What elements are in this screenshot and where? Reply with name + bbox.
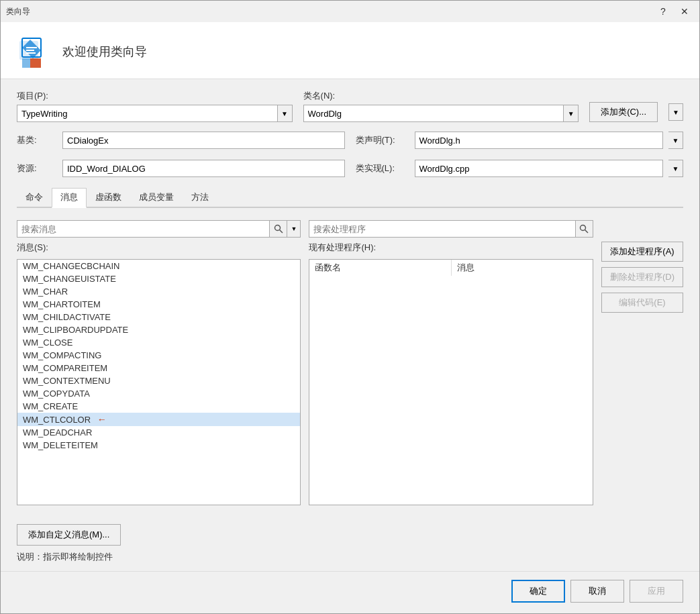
- svg-line-6: [279, 230, 283, 234]
- list-item[interactable]: WM_COPYDATA: [17, 387, 300, 400]
- resource-label: 资源:: [17, 162, 57, 174]
- resource-value: IDD_Word_DIALOG: [62, 160, 345, 177]
- left-panel-label: 消息(S):: [17, 242, 301, 254]
- right-search-row: [309, 220, 593, 238]
- wizard-icon: [17, 36, 49, 68]
- list-item[interactable]: WM_CHARTOITEM: [17, 298, 300, 311]
- wizard-content: 项目(P): ▼ 类名(N): ▼ 添加类(C)... ▼ 基类: CDialo…: [1, 79, 699, 516]
- project-group: 项目(P): ▼: [17, 90, 293, 122]
- message-list[interactable]: WM_CHANGECBCHAIN WM_CHANGEUISTATE WM_CHA…: [17, 259, 301, 505]
- project-combo: ▼: [17, 105, 293, 122]
- title-bar-right: ? ✕: [654, 4, 694, 19]
- classname-combo: ▼: [303, 105, 579, 122]
- handler-search-button[interactable]: [576, 220, 593, 238]
- project-dropdown-btn[interactable]: ▼: [278, 105, 293, 122]
- dialog-title: 类向导: [6, 6, 30, 17]
- message-search-input[interactable]: [17, 220, 270, 238]
- class-wizard-dialog: 类向导 ? ✕ 欢迎使用类向导 项目(P):: [0, 0, 700, 614]
- list-item[interactable]: WM_COMPAREITEM: [17, 362, 300, 374]
- action-buttons: 添加处理程序(A) 删除处理程序(D) 编辑代码(E): [601, 220, 683, 505]
- delete-handler-button[interactable]: 删除处理程序(D): [601, 267, 683, 287]
- list-item[interactable]: WM_CHANGECBCHAIN: [17, 260, 300, 272]
- class-impl-row: 类实现(L): WordDlg.cpp ▼: [356, 160, 684, 177]
- tab-message[interactable]: 消息: [52, 188, 87, 208]
- class-decl-label: 类声明(T):: [356, 134, 409, 146]
- svg-line-8: [585, 230, 589, 234]
- tab-bar: 命令 消息 虚函数 成员变量 方法: [17, 188, 683, 208]
- apply-button[interactable]: 应用: [630, 580, 683, 603]
- project-label: 项目(P):: [17, 90, 293, 102]
- list-item[interactable]: WM_CREATE: [17, 400, 300, 413]
- class-decl-value: WordDlg.h: [415, 132, 664, 149]
- left-panel: ▼ 消息(S): WM_CHANGECBCHAIN WM_CHANGEUISTA…: [17, 220, 301, 505]
- wizard-header: 欢迎使用类向导: [1, 22, 699, 79]
- classname-input[interactable]: [303, 105, 564, 122]
- handler-list[interactable]: [309, 276, 593, 505]
- svg-point-5: [274, 225, 280, 231]
- right-panel: 现有处理程序(H): 函数名 消息: [309, 220, 593, 505]
- list-item[interactable]: WM_CHILDACTIVATE: [17, 311, 300, 323]
- cancel-button[interactable]: 取消: [570, 580, 624, 603]
- tab-member-var[interactable]: 成员变量: [130, 188, 183, 207]
- message-search-arrow-btn[interactable]: ▼: [287, 220, 301, 238]
- tab-virtual[interactable]: 虚函数: [87, 188, 130, 207]
- bottom-bar: 添加自定义消息(M)... 说明：指示即将绘制控件: [1, 516, 699, 571]
- title-bar-left: 类向导: [6, 6, 30, 17]
- list-item-selected[interactable]: WM_CTLCOLOR ←: [17, 413, 300, 426]
- class-impl-label: 类实现(L):: [356, 162, 409, 174]
- project-input[interactable]: [17, 105, 278, 122]
- class-decl-btn[interactable]: ▼: [668, 132, 683, 149]
- base-class-label: 基类:: [17, 134, 57, 146]
- col-funcname: 函数名: [309, 260, 451, 276]
- class-impl-value: WordDlg.cpp: [415, 160, 664, 177]
- add-handler-button[interactable]: 添加处理程序(A): [601, 242, 683, 262]
- wizard-title: 欢迎使用类向导: [62, 44, 147, 60]
- base-class-value: CDialogEx: [62, 132, 345, 149]
- base-class-row: 基类: CDialogEx: [17, 132, 345, 149]
- list-item[interactable]: WM_DEADCHAR: [17, 426, 300, 439]
- edit-code-button[interactable]: 编辑代码(E): [601, 293, 683, 313]
- class-impl-btn[interactable]: ▼: [668, 160, 683, 177]
- two-panel-area: ▼ 消息(S): WM_CHANGECBCHAIN WM_CHANGEUISTA…: [17, 220, 683, 505]
- description-text: 说明：指示即将绘制控件: [17, 551, 683, 563]
- dialog-buttons: 确定 取消 应用: [1, 571, 699, 613]
- title-bar: 类向导 ? ✕: [1, 1, 699, 22]
- add-class-button[interactable]: 添加类(C)...: [589, 102, 658, 122]
- handler-table-wrapper: 函数名 消息: [309, 259, 593, 505]
- table-header: 函数名 消息: [309, 259, 593, 276]
- add-custom-message-button[interactable]: 添加自定义消息(M)...: [17, 524, 121, 546]
- list-item[interactable]: WM_CLOSE: [17, 336, 300, 349]
- ok-button[interactable]: 确定: [511, 580, 565, 603]
- resource-impl-row: 资源: IDD_Word_DIALOG 类实现(L): WordDlg.cpp …: [17, 160, 683, 178]
- help-button[interactable]: ?: [654, 4, 672, 19]
- svg-point-7: [581, 225, 586, 231]
- tab-command[interactable]: 命令: [17, 188, 52, 207]
- right-panel-label: 现有处理程序(H):: [309, 242, 593, 254]
- classname-label: 类名(N):: [303, 90, 579, 102]
- list-item[interactable]: WM_CHANGEUISTATE: [17, 272, 300, 285]
- message-search-button[interactable]: [270, 220, 287, 238]
- add-class-arrow-btn[interactable]: ▼: [668, 103, 683, 121]
- resource-row: 资源: IDD_Word_DIALOG: [17, 160, 345, 177]
- col-message: 消息: [452, 260, 593, 276]
- list-item[interactable]: WM_DELETEITEM: [17, 439, 300, 452]
- list-item[interactable]: WM_CLIPBOARDUPDATE: [17, 323, 300, 336]
- search-icon: [274, 224, 283, 234]
- tab-method[interactable]: 方法: [183, 188, 217, 207]
- left-search-row: ▼: [17, 220, 301, 238]
- classname-group: 类名(N): ▼: [303, 90, 579, 122]
- list-item[interactable]: WM_CONTEXTMENU: [17, 374, 300, 387]
- arrow-indicator: ←: [97, 414, 107, 425]
- base-decl-row: 基类: CDialogEx 类声明(T): WordDlg.h ▼: [17, 132, 683, 150]
- list-item[interactable]: WM_COMPACTING: [17, 349, 300, 362]
- class-decl-row: 类声明(T): WordDlg.h ▼: [356, 132, 684, 149]
- classname-dropdown-btn[interactable]: ▼: [564, 105, 579, 122]
- window-close-button[interactable]: ✕: [675, 4, 694, 19]
- list-item[interactable]: WM_CHAR: [17, 285, 300, 298]
- search-icon: [579, 224, 589, 234]
- handler-search-input[interactable]: [309, 220, 575, 238]
- project-class-row: 项目(P): ▼ 类名(N): ▼ 添加类(C)... ▼: [17, 90, 683, 122]
